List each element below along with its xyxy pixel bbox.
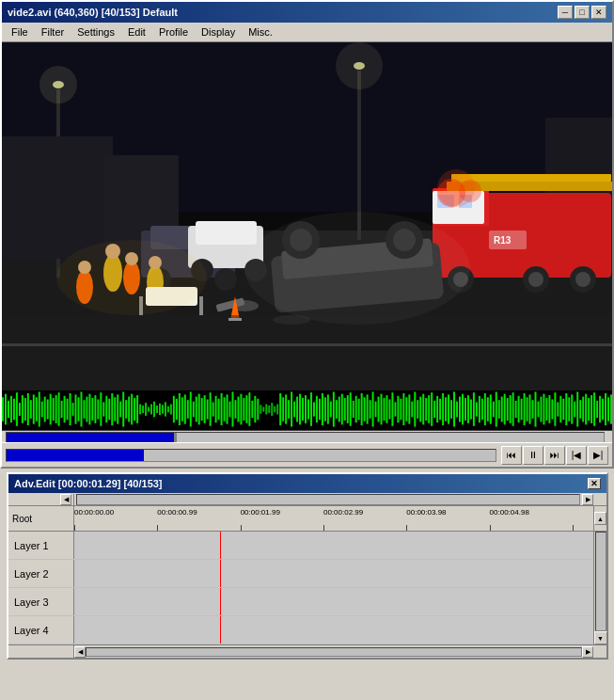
menu-settings[interactable]: Settings [71,24,120,40]
svg-point-20 [528,272,543,287]
menu-filter[interactable]: Filter [36,24,70,40]
scroll-left-button[interactable]: ◀ [60,494,71,505]
hscroll-left-button[interactable]: ◀ [74,646,86,658]
svg-rect-239 [490,394,492,423]
svg-rect-127 [176,399,178,421]
menu-profile[interactable]: Profile [153,24,194,40]
vscroll-down-button[interactable]: ▼ [594,631,607,644]
svg-rect-254 [532,400,534,419]
svg-rect-249 [518,396,520,422]
svg-rect-193 [361,393,363,425]
timecode-0: 00:00:00.00 [74,508,114,517]
svg-rect-209 [405,397,407,421]
svg-rect-244 [504,394,506,425]
svg-rect-157 [260,405,261,413]
menu-edit[interactable]: Edit [122,24,151,40]
vscroll-up-button[interactable]: ▲ [594,512,606,525]
svg-rect-206 [397,396,399,422]
svg-point-63 [56,240,207,315]
maximize-button[interactable]: □ [575,6,590,19]
layer-2-track[interactable] [74,560,593,587]
svg-rect-105 [114,397,116,421]
svg-rect-131 [187,400,189,419]
svg-rect-69 [13,399,15,421]
timeline-body: Layer 1 Layer 2 Layer 3 La [8,532,606,644]
svg-rect-148 [234,400,236,419]
svg-rect-101 [102,402,104,416]
svg-rect-247 [512,392,514,426]
menu-misc[interactable]: Misc. [243,24,278,40]
svg-rect-139 [210,392,212,426]
playback-step-back-button[interactable]: ⏮ [501,446,522,465]
svg-rect-251 [524,393,526,425]
minimize-button[interactable]: ─ [558,6,573,19]
root-label: Root [8,506,74,531]
timeline-ruler: 00:00:00.00 00:00:00.99 00:00:01.99 00:0… [74,506,593,531]
svg-rect-82 [50,394,52,425]
layer-4-track[interactable] [74,616,593,644]
bottom-scroll-row: ◀ ▶ [8,644,606,658]
playback-skip-back-button[interactable]: |◀ [566,446,587,465]
svg-rect-203 [388,399,390,419]
svg-rect-245 [507,398,509,421]
svg-rect-275 [590,395,592,423]
adv-edit-close-button[interactable]: ✕ [588,478,601,489]
layer-1-label: Layer 1 [8,532,74,559]
svg-rect-163 [276,405,278,415]
menu-file[interactable]: File [6,24,34,40]
svg-rect-242 [498,400,500,419]
svg-rect-118 [150,405,152,415]
svg-rect-119 [153,402,155,418]
svg-rect-87 [64,396,66,422]
svg-rect-198 [375,402,377,418]
close-button[interactable]: ✕ [591,6,606,19]
svg-rect-246 [510,395,512,423]
layer-3-track[interactable] [74,588,593,615]
scroll-right-button[interactable]: ▶ [582,494,593,505]
svg-rect-128 [179,393,181,425]
svg-rect-228 [459,397,461,422]
svg-rect-181 [327,394,329,423]
svg-rect-126 [173,396,175,422]
svg-rect-166 [285,394,287,423]
svg-rect-229 [462,394,464,425]
svg-rect-125 [170,405,172,415]
svg-rect-176 [313,402,315,416]
svg-rect-38 [196,221,257,245]
adv-edit-title: Adv.Edit [00:00:01.29] [40/153] [14,478,163,489]
layer-3-label: Layer 3 [8,588,74,615]
menu-display[interactable]: Display [196,24,241,40]
svg-rect-266 [565,393,567,425]
svg-rect-218 [431,392,433,426]
hscroll-right-button[interactable]: ▶ [582,646,593,658]
playback-play-pause-button[interactable]: ⏸ [523,446,543,465]
svg-rect-123 [165,402,166,416]
svg-rect-133 [193,402,195,418]
svg-rect-85 [58,392,60,426]
svg-rect-250 [521,399,523,421]
svg-rect-115 [142,406,144,413]
svg-rect-149 [237,397,239,422]
svg-rect-66 [5,394,7,425]
svg-rect-234 [476,402,478,416]
svg-rect-143 [221,393,223,425]
svg-rect-279 [602,399,604,421]
hscroll-track[interactable] [86,647,582,657]
svg-rect-170 [296,397,298,422]
svg-rect-121 [159,404,161,415]
svg-rect-79 [41,402,43,418]
svg-rect-103 [108,399,110,421]
svg-rect-210 [408,394,410,423]
svg-rect-26 [451,174,611,182]
timecode-5: 00:00:04.98 [490,508,529,517]
layer-1-track[interactable] [74,532,593,559]
svg-rect-226 [453,391,455,426]
svg-rect-236 [481,399,483,421]
svg-rect-61 [2,343,612,346]
playback-skip-forward-button[interactable]: ▶| [588,446,608,465]
svg-rect-155 [254,396,256,422]
svg-rect-136 [201,398,203,421]
vscroll-track[interactable] [595,532,606,631]
svg-rect-277 [596,401,598,418]
playback-step-forward-button[interactable]: ⏭ [544,446,565,465]
